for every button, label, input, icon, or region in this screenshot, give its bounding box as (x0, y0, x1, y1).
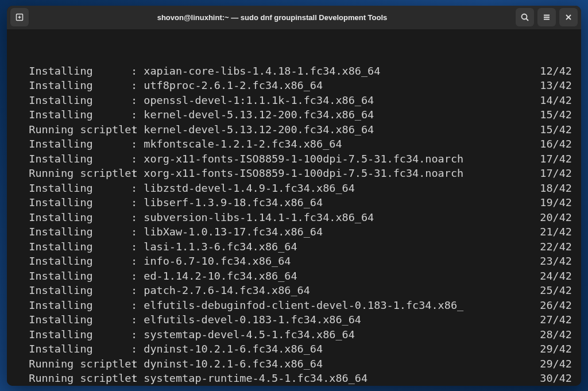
package-text: : libXaw-1.0.13-17.fc34.x86_64 (131, 224, 536, 239)
titlebar-left (10, 8, 29, 26)
action-text: Installing (16, 64, 131, 79)
progress-text: 28/42 (536, 327, 572, 342)
package-text: : systemtap-devel-4.5-1.fc34.x86_64 (131, 327, 536, 342)
terminal-line: Installing : systemtap-devel-4.5-1.fc34.… (16, 327, 572, 342)
search-button[interactable] (516, 8, 534, 26)
close-button[interactable] (559, 8, 578, 26)
action-text: Installing (16, 137, 131, 152)
action-text: Installing (16, 312, 131, 327)
progress-text: 13/42 (536, 78, 572, 93)
action-text: Running scriptlet (16, 122, 131, 137)
package-text: : info-6.7-10.fc34.x86_64 (131, 254, 536, 269)
progress-text: 17/42 (536, 166, 572, 181)
titlebar: shovon@linuxhint:~ — sudo dnf groupinsta… (7, 6, 581, 30)
progress-text: 29/42 (536, 357, 572, 371)
titlebar-right (516, 8, 578, 26)
progress-text: 15/42 (536, 107, 572, 122)
package-text: : dyninst-10.2.1-6.fc34.x86_64 (131, 357, 536, 371)
progress-text: 30/42 (536, 371, 572, 385)
terminal-line: Installing : mkfontscale-1.2.1-2.fc34.x8… (16, 137, 572, 152)
action-text: Installing (16, 181, 131, 196)
svg-point-3 (522, 14, 527, 20)
action-text: Running scriptlet (16, 371, 131, 385)
close-icon (564, 13, 573, 22)
package-text: : mkfontscale-1.2.1-2.fc34.x86_64 (131, 137, 536, 152)
window-title: shovon@linuxhint:~ — sudo dnf groupinsta… (29, 13, 516, 22)
progress-text: 23/42 (536, 254, 572, 269)
package-text: : dyninst-10.2.1-6.fc34.x86_64 (131, 342, 536, 357)
action-text: Running scriptlet (16, 166, 131, 181)
terminal-content[interactable]: Installing : xapian-core-libs-1.4.18-1.f… (7, 30, 581, 386)
progress-text: 29/42 (536, 342, 572, 357)
package-text: : lasi-1.1.3-6.fc34.x86_64 (131, 239, 536, 254)
progress-text: 25/42 (536, 283, 572, 298)
new-tab-button[interactable] (10, 8, 29, 26)
action-text: Installing (16, 93, 131, 108)
package-text: : libzstd-devel-1.4.9-1.fc34.x86_64 (131, 181, 536, 196)
terminal-line: Installing : dyninst-10.2.1-6.fc34.x86_6… (16, 342, 572, 357)
action-text: Installing (16, 327, 131, 342)
terminal-line: Running scriptlet: dyninst-10.2.1-6.fc34… (16, 357, 572, 371)
terminal-line: Installing : libserf-1.3.9-18.fc34.x86_6… (16, 195, 572, 210)
progress-text: 18/42 (536, 181, 572, 196)
terminal-line: Installing : subversion-libs-1.14.1-1.fc… (16, 210, 572, 225)
progress-text: 20/42 (536, 210, 572, 225)
action-text: Installing (16, 239, 131, 254)
terminal-line: Installing : kernel-devel-5.13.12-200.fc… (16, 107, 572, 122)
terminal-line: Installing : libXaw-1.0.13-17.fc34.x86_6… (16, 224, 572, 239)
search-icon (520, 13, 529, 22)
package-text: : ed-1.14.2-10.fc34.x86_64 (131, 269, 536, 284)
package-text: : openssl-devel-1:1.1.1k-1.fc34.x86_64 (131, 93, 536, 108)
package-text: : elfutils-debuginfod-client-devel-0.183… (131, 298, 536, 313)
package-text: : utf8proc-2.6.1-2.fc34.x86_64 (131, 78, 536, 93)
progress-text: 15/42 (536, 122, 572, 137)
package-text: : xorg-x11-fonts-ISO8859-1-100dpi-7.5-31… (131, 152, 536, 167)
terminal-line: Running scriptlet: systemtap-runtime-4.5… (16, 371, 572, 385)
terminal-line: Installing : lasi-1.1.3-6.fc34.x86_6422/… (16, 239, 572, 254)
package-text: : kernel-devel-5.13.12-200.fc34.x86_64 (131, 107, 536, 122)
package-text: : xorg-x11-fonts-ISO8859-1-100dpi-7.5-31… (131, 166, 536, 181)
terminal-line: Installing : ed-1.14.2-10.fc34.x86_6424/… (16, 269, 572, 284)
new-tab-icon (15, 13, 24, 22)
action-text: Installing (16, 342, 131, 357)
action-text: Installing (16, 107, 131, 122)
terminal-line: Installing : xapian-core-libs-1.4.18-1.f… (16, 64, 572, 79)
progress-text: 19/42 (536, 195, 572, 210)
action-text: Installing (16, 298, 131, 313)
action-text: Installing (16, 152, 131, 167)
package-text: : libserf-1.3.9-18.fc34.x86_64 (131, 195, 536, 210)
terminal-line: Installing : patch-2.7.6-14.fc34.x86_642… (16, 283, 572, 298)
terminal-line: Installing : libzstd-devel-1.4.9-1.fc34.… (16, 181, 572, 196)
package-text: : elfutils-devel-0.183-1.fc34.x86_64 (131, 312, 536, 327)
package-text: : systemtap-runtime-4.5-1.fc34.x86_64 (131, 371, 536, 385)
terminal-line: Installing : utf8proc-2.6.1-2.fc34.x86_6… (16, 78, 572, 93)
terminal-line: Installing : elfutils-devel-0.183-1.fc34… (16, 312, 572, 327)
progress-text: 22/42 (536, 239, 572, 254)
menu-button[interactable] (537, 8, 556, 26)
package-text: : xapian-core-libs-1.4.18-1.fc34.x86_64 (131, 64, 536, 79)
action-text: Running scriptlet (16, 357, 131, 371)
terminal-window: shovon@linuxhint:~ — sudo dnf groupinsta… (7, 6, 581, 386)
action-text: Installing (16, 283, 131, 298)
progress-text: 21/42 (536, 224, 572, 239)
hamburger-icon (542, 13, 551, 22)
package-text: : kernel-devel-5.13.12-200.fc34.x86_64 (131, 122, 536, 137)
action-text: Installing (16, 78, 131, 93)
progress-text: 17/42 (536, 152, 572, 167)
action-text: Installing (16, 254, 131, 269)
action-text: Installing (16, 210, 131, 225)
terminal-line: Installing : xorg-x11-fonts-ISO8859-1-10… (16, 152, 572, 167)
terminal-line: Running scriptlet: kernel-devel-5.13.12-… (16, 122, 572, 137)
terminal-line: Installing : openssl-devel-1:1.1.1k-1.fc… (16, 93, 572, 108)
terminal-line: Running scriptlet: xorg-x11-fonts-ISO885… (16, 166, 572, 181)
svg-line-4 (527, 19, 529, 21)
progress-text: 26/42 (536, 298, 572, 313)
progress-text: 24/42 (536, 269, 572, 284)
action-text: Installing (16, 224, 131, 239)
action-text: Installing (16, 195, 131, 210)
terminal-line: Installing : info-6.7-10.fc34.x86_6423/4… (16, 254, 572, 269)
package-text: : patch-2.7.6-14.fc34.x86_64 (131, 283, 536, 298)
progress-text: 27/42 (536, 312, 572, 327)
action-text: Installing (16, 269, 131, 284)
terminal-line: Installing : elfutils-debuginfod-client-… (16, 298, 572, 313)
